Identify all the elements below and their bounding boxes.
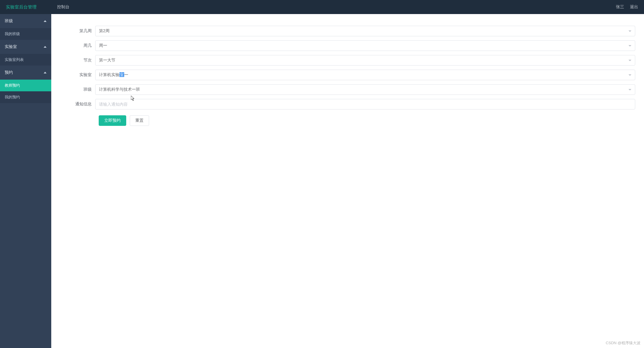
nav-console[interactable]: 控制台	[57, 4, 69, 10]
section-select[interactable]: 第一大节	[95, 55, 635, 66]
sidebar-group-label: 预约	[5, 70, 13, 75]
header-right: 张三 退出	[616, 4, 638, 10]
sidebar-group-lab[interactable]: 实验室	[0, 40, 51, 54]
sidebar-item-teacher-reserve[interactable]: 教师预约	[0, 80, 51, 91]
logout-link[interactable]: 退出	[630, 4, 638, 10]
sidebar-group-class[interactable]: 班级	[0, 14, 51, 28]
main-content: 第几周 第2周 周几 周一 节次 第一大节 实验室 计算机实验室一	[51, 14, 644, 348]
sidebar-item-label: 实验室列表	[5, 57, 24, 62]
day-select-value: 周一	[99, 43, 107, 48]
week-label: 第几周	[60, 28, 95, 34]
sidebar: 班级 我的班级 实验室 实验室列表 预约 教师预约 我的预约	[0, 14, 51, 348]
lab-select-value: 计算机实验室一	[99, 72, 128, 78]
lab-label: 实验室	[60, 72, 95, 78]
section-label: 节次	[60, 58, 95, 63]
chevron-down-icon	[628, 30, 631, 32]
chevron-down-icon	[628, 60, 631, 61]
class-select[interactable]: 计算机科学与技术一班	[95, 84, 635, 95]
top-header: 实验室后台管理 控制台 张三 退出	[0, 0, 644, 14]
sidebar-item-my-class[interactable]: 我的班级	[0, 28, 51, 40]
submit-button[interactable]: 立即预约	[99, 115, 126, 126]
lab-select[interactable]: 计算机实验室一	[95, 70, 635, 80]
sidebar-group-reserve[interactable]: 预约	[0, 66, 51, 80]
sidebar-group-label: 班级	[5, 18, 13, 24]
chevron-down-icon	[628, 45, 631, 47]
sidebar-item-label: 教师预约	[5, 83, 20, 88]
sidebar-item-label: 我的班级	[5, 31, 20, 37]
class-label: 班级	[60, 87, 95, 92]
app-logo: 实验室后台管理	[6, 4, 37, 10]
week-select-value: 第2周	[99, 28, 110, 34]
header-left: 实验室后台管理 控制台	[6, 4, 616, 10]
sidebar-item-label: 我的预约	[5, 95, 20, 100]
notice-label: 通知信息	[60, 102, 95, 107]
sidebar-item-lab-list[interactable]: 实验室列表	[0, 54, 51, 66]
day-label: 周几	[60, 43, 95, 48]
chevron-up-icon	[44, 20, 47, 22]
sidebar-group-label: 实验室	[5, 44, 17, 49]
user-name[interactable]: 张三	[616, 4, 624, 10]
watermark: CSDN @程序猿大波	[606, 340, 640, 346]
chevron-down-icon	[628, 74, 631, 76]
day-select[interactable]: 周一	[95, 40, 635, 51]
sidebar-item-my-reserve[interactable]: 我的预约	[0, 91, 51, 103]
reset-button[interactable]: 重置	[130, 115, 149, 126]
section-select-value: 第一大节	[99, 58, 115, 63]
class-select-value: 计算机科学与技术一班	[99, 87, 140, 92]
notice-input[interactable]	[95, 99, 635, 109]
chevron-up-icon	[44, 46, 47, 48]
chevron-down-icon	[628, 89, 631, 90]
week-select[interactable]: 第2周	[95, 26, 635, 36]
chevron-up-icon	[44, 72, 47, 73]
